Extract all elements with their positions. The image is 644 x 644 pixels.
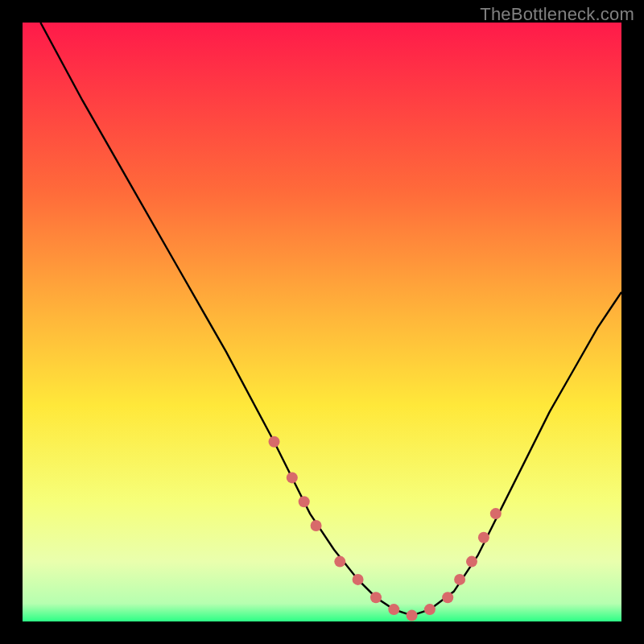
marker-point xyxy=(287,472,298,483)
marker-point xyxy=(454,574,465,585)
marker-point xyxy=(442,592,453,603)
plot-area xyxy=(23,23,621,621)
marker-point xyxy=(490,508,502,519)
marker-point xyxy=(388,604,399,615)
marker-point xyxy=(311,520,322,531)
chart-svg xyxy=(23,23,621,621)
marker-point xyxy=(466,556,477,568)
marker-point xyxy=(424,604,436,615)
marker-point xyxy=(407,610,418,621)
chart-frame: TheBottleneck.com xyxy=(0,0,644,644)
marker-point xyxy=(269,436,280,448)
marker-point xyxy=(370,592,382,603)
marker-point xyxy=(334,556,345,568)
marker-point xyxy=(353,574,364,585)
marker-point xyxy=(478,532,489,543)
marker-point xyxy=(299,496,310,507)
